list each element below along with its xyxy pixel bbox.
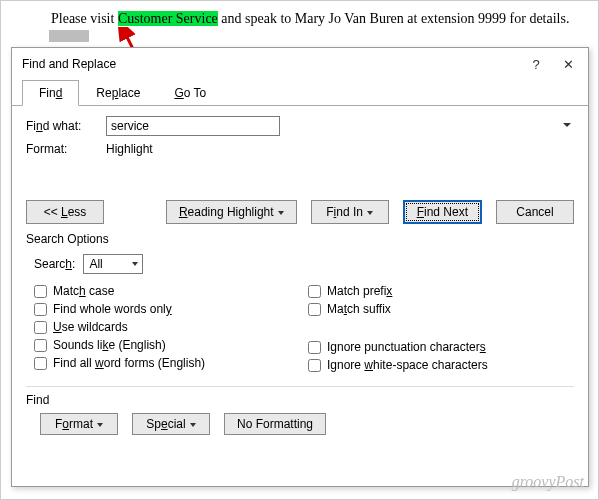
sounds-like-checkbox[interactable]: Sounds like (English) bbox=[34, 338, 300, 352]
find-section-title: Find bbox=[26, 393, 574, 407]
help-button[interactable]: ? bbox=[520, 54, 552, 74]
find-replace-dialog: Find and Replace ? ✕ Find Replace Go To … bbox=[11, 47, 589, 487]
doc-post: and speak to Mary Jo Van Buren at extens… bbox=[218, 11, 570, 26]
dialog-title: Find and Replace bbox=[22, 57, 520, 71]
search-direction-select[interactable]: All bbox=[83, 254, 143, 274]
cursor-selection bbox=[49, 30, 89, 42]
ignore-ws-checkbox[interactable]: Ignore white-space characters bbox=[308, 358, 574, 372]
format-button[interactable]: Format bbox=[40, 413, 118, 435]
match-prefix-checkbox[interactable]: Match prefix bbox=[308, 284, 574, 298]
special-button[interactable]: Special bbox=[132, 413, 210, 435]
dialog-tabs: Find Replace Go To bbox=[12, 80, 588, 106]
find-next-button[interactable]: Find Next bbox=[403, 200, 482, 224]
doc-highlight: Customer Service bbox=[118, 11, 218, 26]
dropdown-icon[interactable] bbox=[563, 123, 571, 127]
ignore-punct-checkbox[interactable]: Ignore punctuation characters bbox=[308, 340, 574, 354]
match-case-checkbox[interactable]: Match case bbox=[34, 284, 300, 298]
format-label: Format: bbox=[26, 142, 106, 156]
no-formatting-button[interactable]: No Formatting bbox=[224, 413, 326, 435]
match-suffix-checkbox[interactable]: Match suffix bbox=[308, 302, 574, 316]
document-text: Please visit Customer Service and speak … bbox=[1, 1, 598, 49]
wildcards-checkbox[interactable]: Use wildcards bbox=[34, 320, 300, 334]
format-value: Highlight bbox=[106, 142, 153, 156]
chevron-down-icon bbox=[132, 262, 138, 266]
watermark: groovyPost bbox=[512, 473, 584, 491]
find-what-input[interactable] bbox=[106, 116, 280, 136]
close-button[interactable]: ✕ bbox=[552, 54, 584, 74]
word-forms-checkbox[interactable]: Find all word forms (English) bbox=[34, 356, 300, 370]
whole-words-checkbox[interactable]: Find whole words only bbox=[34, 302, 300, 316]
tab-goto[interactable]: Go To bbox=[157, 80, 223, 106]
find-in-button[interactable]: Find In bbox=[311, 200, 389, 224]
search-direction-value: All bbox=[89, 257, 102, 271]
tab-find[interactable]: Find bbox=[22, 80, 79, 106]
search-direction-label: Search: bbox=[34, 257, 75, 271]
tab-replace[interactable]: Replace bbox=[79, 80, 157, 106]
dialog-titlebar: Find and Replace ? ✕ bbox=[12, 48, 588, 80]
cancel-button[interactable]: Cancel bbox=[496, 200, 574, 224]
less-button[interactable]: << Less bbox=[26, 200, 104, 224]
search-options-title: Search Options bbox=[26, 232, 574, 246]
find-what-label: Find what: bbox=[26, 119, 106, 133]
doc-pre: Please visit bbox=[51, 11, 118, 26]
reading-highlight-button[interactable]: Reading Highlight bbox=[166, 200, 297, 224]
